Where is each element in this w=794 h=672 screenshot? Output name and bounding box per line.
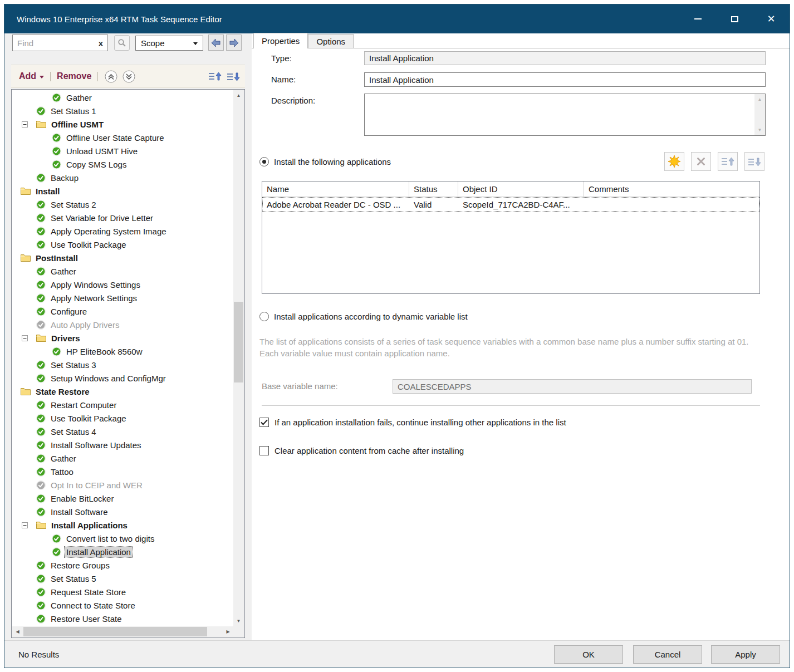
scroll-down-icon[interactable]: ▼ <box>233 616 244 626</box>
tree-item[interactable]: Drivers <box>13 331 233 345</box>
tree-item[interactable]: Apply Windows Settings <box>13 278 233 291</box>
tree-item[interactable]: Enable BitLocker <box>13 492 233 505</box>
tree-item[interactable]: Install Software Updates <box>13 438 233 452</box>
collapse-all-button[interactable] <box>104 70 117 83</box>
scroll-up-icon[interactable]: ▲ <box>233 90 244 101</box>
column-header-name[interactable]: Name <box>262 182 409 197</box>
tree-item-label: HP EliteBook 8560w <box>65 346 144 357</box>
tree-item[interactable]: Restore Groups <box>13 558 233 572</box>
expand-all-button[interactable] <box>122 70 135 83</box>
tree-item[interactable]: Offline USMT <box>13 117 233 131</box>
column-header-object-id[interactable]: Object ID <box>458 182 584 197</box>
step-check-icon <box>36 240 46 249</box>
tab-properties[interactable]: Properties <box>253 33 308 48</box>
minimize-button[interactable] <box>679 4 716 33</box>
ok-button[interactable]: OK <box>554 645 623 664</box>
tree-item[interactable]: Copy SMS Logs <box>13 158 233 171</box>
tree-item[interactable]: Setup Windows and ConfigMgr <box>13 371 233 385</box>
tree-item[interactable]: Set Status 1 <box>13 104 233 117</box>
tree-item[interactable]: Tattoo <box>13 465 233 478</box>
tree-item[interactable]: Set Status 5 <box>13 572 233 585</box>
tree-item[interactable]: Request State Store <box>13 585 233 599</box>
apply-button[interactable]: Apply <box>711 645 780 664</box>
tree-item[interactable]: Restore User State <box>13 612 233 625</box>
search-button[interactable] <box>114 35 130 51</box>
step-check-icon <box>52 347 61 356</box>
tree-viewport[interactable]: GatherSet Status 1Offline USMTOffline Us… <box>13 91 233 626</box>
close-button[interactable]: ✕ <box>753 4 790 33</box>
remove-button[interactable]: Remove <box>57 71 91 81</box>
radio-button-icon <box>259 157 269 166</box>
name-input[interactable] <box>364 72 766 87</box>
find-next-button[interactable] <box>226 35 242 51</box>
tree-expander-icon[interactable] <box>22 335 28 341</box>
tree-item[interactable]: Opt In to CEIP and WER <box>13 478 233 492</box>
description-input[interactable] <box>365 94 754 135</box>
vertical-scrollbar-thumb[interactable] <box>234 302 243 382</box>
move-application-down-button[interactable] <box>744 152 764 171</box>
tree-item[interactable]: Gather <box>13 91 233 104</box>
radio-install-dynamic[interactable]: Install applications according to dynami… <box>259 312 468 321</box>
table-body: Adobe Acrobat Reader DC - OSD ...ValidSc… <box>262 197 759 212</box>
tree-item[interactable]: Unload USMT Hive <box>13 144 233 158</box>
tree-item[interactable]: HP EliteBook 8560w <box>13 345 233 358</box>
tree-expander-icon[interactable] <box>22 121 28 127</box>
move-application-up-button[interactable] <box>718 152 738 171</box>
scroll-up-icon[interactable]: ▲ <box>754 94 765 105</box>
tree-item[interactable]: Gather <box>13 452 233 465</box>
tree-item[interactable]: Install Application <box>13 545 233 558</box>
maximize-button[interactable] <box>716 4 753 33</box>
checkbox-continue-on-fail[interactable]: If an application installation fails, co… <box>259 418 566 427</box>
new-application-icon <box>668 155 681 168</box>
tree-item[interactable]: Set Status 4 <box>13 425 233 438</box>
tree-item[interactable]: Set Status 3 <box>13 358 233 371</box>
tree-item[interactable]: Use Toolkit Package <box>13 411 233 425</box>
description-scrollbar[interactable]: ▲ ▼ <box>754 94 765 135</box>
tree-item[interactable]: PostInstall <box>13 251 233 264</box>
group-folder-icon <box>21 187 31 195</box>
find-input[interactable] <box>13 38 94 48</box>
tree-item[interactable]: Gather <box>13 264 233 278</box>
scroll-left-icon[interactable]: ◀ <box>12 626 23 637</box>
tree-item[interactable]: Offline User State Capture <box>13 131 233 144</box>
scroll-down-icon[interactable]: ▼ <box>754 125 765 135</box>
step-check-icon <box>36 467 46 477</box>
tree-item[interactable]: Apply Operating System Image <box>13 224 233 238</box>
tree-item[interactable]: Connect to State Store <box>13 599 233 612</box>
tree-horizontal-scrollbar[interactable]: ◀ ▶ <box>12 626 233 637</box>
tree-item[interactable]: Set Variable for Drive Letter <box>13 211 233 224</box>
table-row[interactable]: Adobe Acrobat Reader DC - OSD ...ValidSc… <box>262 197 759 212</box>
tree-item[interactable]: Install <box>13 184 233 198</box>
move-step-down-button[interactable] <box>227 71 241 82</box>
cancel-button[interactable]: Cancel <box>633 645 702 664</box>
tabstrip: PropertiesOptions <box>252 33 790 48</box>
tree-item[interactable]: Auto Apply Drivers <box>13 318 233 331</box>
find-previous-button[interactable] <box>208 35 224 51</box>
tree-item[interactable]: Backup <box>13 171 233 184</box>
tree-expander-icon[interactable] <box>22 522 28 528</box>
radio-install-following[interactable]: Install the following applications <box>259 157 391 166</box>
move-step-up-button[interactable] <box>208 71 222 82</box>
new-application-button[interactable] <box>664 152 684 171</box>
column-header-comments[interactable]: Comments <box>584 182 759 197</box>
tab-options[interactable]: Options <box>308 34 354 48</box>
checkbox-label: Clear application content from cache aft… <box>275 446 464 455</box>
column-header-status[interactable]: Status <box>409 182 458 197</box>
horizontal-scrollbar-thumb[interactable] <box>23 627 207 636</box>
tree-item[interactable]: Restart Computer <box>13 398 233 411</box>
clear-find-button[interactable]: x <box>94 38 107 48</box>
tree-item[interactable]: Convert list to two digits <box>13 532 233 545</box>
tree-vertical-scrollbar[interactable]: ▲ ▼ <box>233 90 244 626</box>
checkbox-clear-cache[interactable]: Clear application content from cache aft… <box>259 446 464 455</box>
tree-item[interactable]: Install Software <box>13 505 233 518</box>
tree-item[interactable]: Apply Network Settings <box>13 291 233 305</box>
tree-item[interactable]: Configure <box>13 305 233 318</box>
tree-item[interactable]: Use Toolkit Package <box>13 238 233 251</box>
tree-item[interactable]: Install Applications <box>13 518 233 532</box>
add-button[interactable]: Add <box>19 71 44 81</box>
tree-item[interactable]: Set Status 2 <box>13 198 233 211</box>
scope-dropdown[interactable]: Scope <box>135 36 203 51</box>
delete-application-button[interactable] <box>691 152 711 171</box>
scroll-right-icon[interactable]: ▶ <box>223 626 233 637</box>
tree-item[interactable]: State Restore <box>13 385 233 398</box>
